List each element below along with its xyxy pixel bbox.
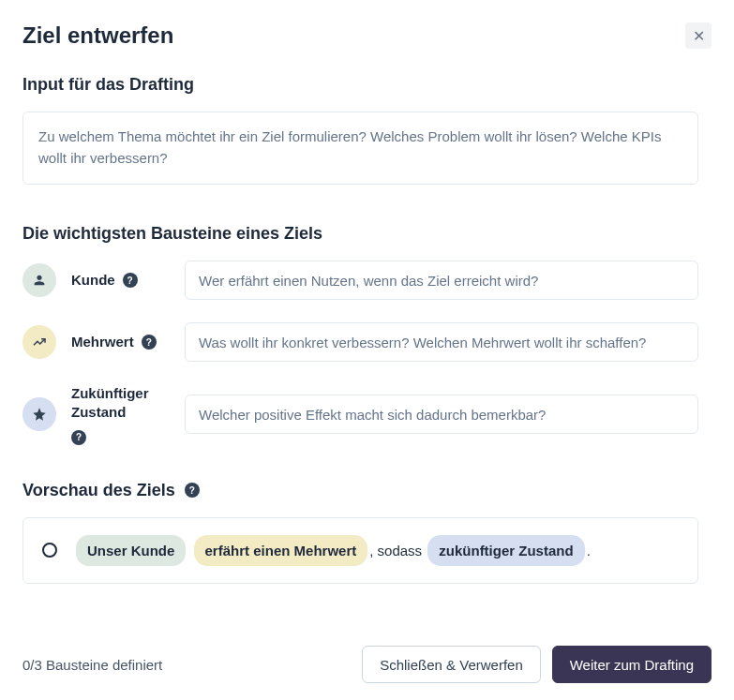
block-label-wrap-mehrwert: Mehrwert ? [71,333,170,351]
bausteine-section-title: Die wichtigsten Bausteine eines Ziels [22,224,698,244]
preview-text: Unser Kunde erfährt einen Mehrwert, soda… [74,535,591,567]
block-label-kunde: Kunde [71,271,115,290]
continue-button[interactable]: Weiter zum Drafting [552,646,712,683]
footer-buttons: Schließen & Verwerfen Weiter zum Draftin… [362,646,712,683]
bausteine-counter: 0/3 Bausteine definiert [22,657,162,673]
cancel-button[interactable]: Schließen & Verwerfen [362,646,541,683]
input-section-title: Input für das Drafting [22,75,698,95]
block-label-zustand: Zukünftiger Zustand [71,384,170,423]
block-label-wrap-kunde: Kunde ? [71,271,170,290]
block-label-mehrwert: Mehrwert [71,333,134,351]
help-icon[interactable]: ? [185,483,200,498]
help-icon[interactable]: ? [142,335,157,350]
preview-chip-zustand: zukünftiger Zustand [427,535,584,567]
preview-connector: , sodass [369,543,422,559]
preview-chip-mehrwert: erfährt einen Mehrwert [194,535,368,567]
modal-footer: 0/3 Bausteine definiert Schließen & Verw… [22,629,712,700]
preview-box: Unser Kunde erfährt einen Mehrwert, soda… [22,517,698,585]
modal-header: Ziel entwerfen ✕ [22,22,712,49]
star-icon [22,397,56,431]
help-icon[interactable]: ? [123,273,138,288]
close-button[interactable]: ✕ [685,22,712,49]
modal-title: Ziel entwerfen [22,22,173,49]
person-icon [22,263,56,297]
section-preview: Vorschau des Ziels ? Unser Kunde erfährt… [22,481,698,585]
section-input: Input für das Drafting [22,75,698,188]
block-row-zustand: Zukünftiger Zustand ? [22,384,698,445]
close-icon: ✕ [693,27,705,45]
mehrwert-input[interactable] [185,322,698,362]
chart-up-icon [22,325,56,359]
modal-body-scroll[interactable]: Input für das Drafting Die wichtigsten B… [22,75,712,629]
preview-title-wrap: Vorschau des Ziels ? [22,481,698,500]
block-row-mehrwert: Mehrwert ? [22,322,698,362]
zustand-input[interactable] [185,395,698,434]
kunde-input[interactable] [185,261,698,300]
drafting-input-textarea[interactable] [22,112,698,185]
radio-icon[interactable] [42,543,57,558]
block-label-wrap-zustand: Zukünftiger Zustand ? [71,384,170,445]
block-row-kunde: Kunde ? [22,261,698,300]
preview-section-title: Vorschau des Ziels [22,481,175,500]
preview-end: . [587,543,591,559]
section-bausteine: Die wichtigsten Bausteine eines Ziels Ku… [22,224,698,445]
help-icon[interactable]: ? [71,430,86,445]
modal-ziel-entwerfen: Ziel entwerfen ✕ Input für das Drafting … [0,0,734,700]
preview-chip-kunde: Unser Kunde [76,535,186,567]
